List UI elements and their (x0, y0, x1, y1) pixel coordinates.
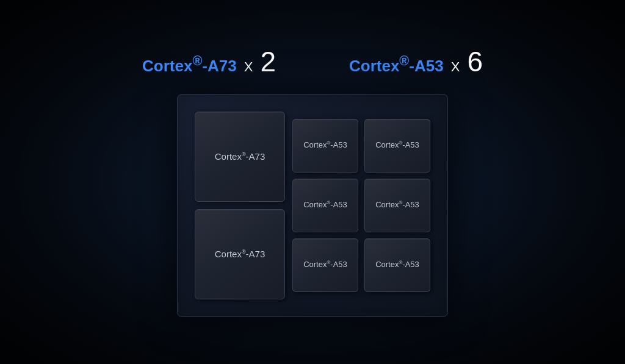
a53-core-5-label: Cortex®-A53 (303, 259, 347, 271)
a53-core-6: Cortex®-A53 (364, 238, 430, 292)
a53-core-3-label: Cortex®-A53 (303, 199, 347, 211)
a53-core-5: Cortex®-A53 (292, 238, 358, 292)
a53-x-label: X (451, 59, 460, 75)
a73-core-1-label: Cortex®-A73 (215, 151, 266, 162)
a53-count: 6 (467, 48, 483, 76)
a73-header-label: Cortex®-A73 X 2 (142, 48, 276, 76)
chip-board: Cortex®-A73 Cortex®-A73 Cortex®-A53 Cort… (177, 94, 448, 317)
a53-core-1-label: Cortex®-A53 (303, 140, 347, 151)
header-labels: Cortex®-A73 X 2 Cortex®-A53 X 6 (142, 48, 483, 76)
a53-core-4: Cortex®-A53 (364, 179, 430, 232)
a53-core-4-label: Cortex®-A53 (375, 199, 419, 211)
a73-count: 2 (260, 48, 276, 76)
a73-x-label: X (244, 59, 253, 75)
a53-core-6-label: Cortex®-A53 (375, 259, 419, 271)
a73-cores-column: Cortex®-A73 Cortex®-A73 (195, 112, 285, 299)
a53-core-3: Cortex®-A53 (292, 179, 358, 232)
a73-core-1: Cortex®-A73 (195, 112, 285, 202)
a73-core-2-label: Cortex®-A73 (215, 249, 266, 259)
a53-cortex-text: Cortex®-A53 (349, 53, 444, 76)
a53-core-2: Cortex®-A53 (364, 119, 430, 173)
a53-cores-grid: Cortex®-A53 Cortex®-A53 Cortex®-A53 Cort… (292, 119, 430, 292)
a73-core-2: Cortex®-A73 (195, 209, 285, 299)
a53-core-2-label: Cortex®-A53 (375, 140, 419, 151)
a73-cortex-text: Cortex®-A73 (142, 53, 237, 76)
a53-core-1: Cortex®-A53 (292, 119, 358, 173)
page-background: Cortex®-A73 X 2 Cortex®-A53 X 6 Cortex®-… (0, 0, 625, 364)
a53-header-label: Cortex®-A53 X 6 (349, 48, 483, 76)
